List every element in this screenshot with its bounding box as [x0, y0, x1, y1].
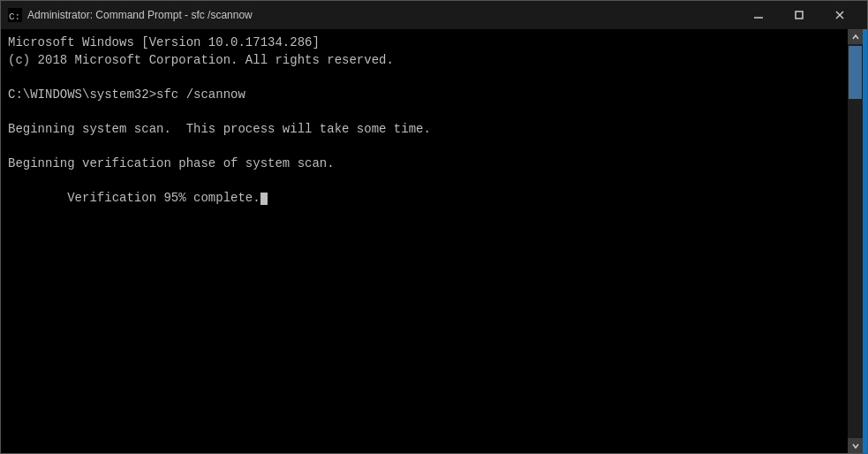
scroll-down-arrow[interactable] — [848, 438, 863, 453]
scrollbar-thumb[interactable] — [849, 46, 862, 99]
terminal-line: Beginning system scan. This process will… — [8, 121, 841, 139]
right-accent-bar — [863, 29, 867, 453]
terminal-line: Beginning verification phase of system s… — [8, 155, 841, 173]
maximize-button[interactable] — [779, 1, 819, 29]
scroll-up-arrow[interactable] — [848, 29, 863, 44]
titlebar: C: Administrator: Command Prompt - sfc /… — [1, 1, 867, 29]
cmd-icon: C: — [8, 8, 22, 22]
terminal-line: (c) 2018 Microsoft Corporation. All righ… — [8, 52, 841, 70]
svg-rect-3 — [796, 11, 803, 19]
window-controls — [738, 1, 860, 29]
svg-text:C:: C: — [9, 11, 20, 22]
window-title: Administrator: Command Prompt - sfc /sca… — [27, 9, 738, 21]
cmd-window: C: Administrator: Command Prompt - sfc /… — [0, 0, 868, 454]
minimize-button[interactable] — [738, 1, 779, 29]
scrollbar[interactable] — [848, 29, 863, 453]
cursor — [260, 193, 268, 205]
terminal-output[interactable]: Microsoft Windows [Version 10.0.17134.28… — [1, 29, 848, 453]
terminal-line — [8, 103, 841, 121]
terminal-line: Microsoft Windows [Version 10.0.17134.28… — [8, 34, 841, 52]
terminal-line — [8, 69, 841, 87]
close-button[interactable] — [819, 1, 860, 29]
terminal-line — [8, 139, 841, 156]
terminal-line-text: Verification 95% complete. — [67, 191, 260, 205]
terminal-last-line: Verification 95% complete. — [8, 173, 841, 225]
scrollbar-track[interactable] — [848, 44, 863, 438]
terminal-line: C:\WINDOWS\system32>sfc /scannow — [8, 87, 841, 104]
content-area: Microsoft Windows [Version 10.0.17134.28… — [1, 29, 867, 453]
